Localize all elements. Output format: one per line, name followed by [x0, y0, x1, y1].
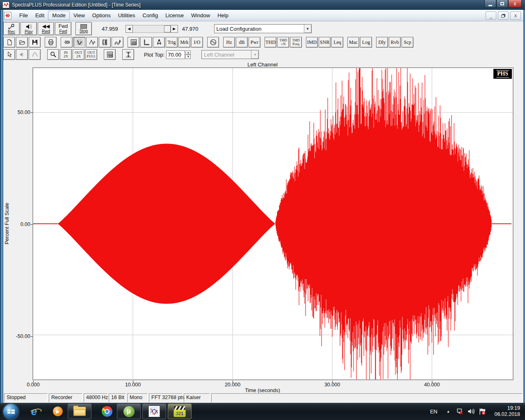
spectrum-view-button[interactable] — [86, 37, 98, 48]
show-hidden-icons-button[interactable]: ▲ — [447, 409, 450, 413]
run-analyzer-button[interactable] — [61, 37, 73, 48]
peak-hold-button[interactable] — [29, 49, 41, 60]
mdi-minimize-button[interactable]: _ — [486, 11, 496, 20]
maximize-button[interactable] — [496, 0, 508, 8]
power-units-button[interactable]: Pwr — [249, 37, 260, 48]
plot-canvas[interactable] — [32, 67, 514, 380]
save-button[interactable] — [29, 37, 41, 48]
load-configuration-dropdown[interactable]: Load Configuration ▼ — [214, 24, 312, 33]
spectraplus-icon — [148, 406, 160, 417]
title-bar[interactable]: SpectraPLUS Professional Edition [Untitl… — [0, 0, 525, 10]
delay-label: Dly — [379, 39, 386, 46]
leq-label: Leq — [333, 39, 341, 46]
menu-mode[interactable]: Mode — [48, 11, 70, 20]
mdi-close-button[interactable]: x — [510, 11, 521, 20]
signal-generator-button[interactable] — [207, 37, 219, 48]
imd-label: IMD — [307, 39, 317, 46]
volume-icon[interactable] — [468, 408, 475, 415]
language-indicator[interactable]: EN — [430, 409, 437, 415]
record-button[interactable]: Rec — [3, 22, 20, 35]
menu-file[interactable]: File — [16, 11, 32, 20]
scroll-left-button[interactable]: ◀ — [126, 25, 133, 33]
scale-settings-button[interactable] — [140, 37, 152, 48]
action-center-flag-icon[interactable] — [479, 408, 486, 415]
zoom-out-2x-button[interactable]: OUT2X — [73, 49, 84, 60]
channel-dropdown-arrow-icon[interactable]: ▼ — [251, 50, 258, 59]
zoom-in-2x-button[interactable]: IN2X — [60, 49, 72, 60]
clock[interactable]: 19:19 06.02.2018 — [494, 405, 520, 418]
menu-config[interactable]: Config — [139, 11, 162, 20]
select-cursor-button[interactable] — [3, 49, 15, 60]
mdi-restore-button[interactable] — [498, 11, 509, 20]
taskbar-utorrent-button[interactable]: µ — [117, 404, 141, 419]
surface-view-button[interactable] — [112, 37, 123, 48]
spectrogram-icon — [102, 39, 108, 46]
transport-toolbar: Rec Play ◀◀ Rwd Fwd Fwd Stop 47.959 ◀ — [3, 21, 523, 36]
menu-utilities[interactable]: Utilities — [114, 11, 139, 20]
taskbar-explorer-button[interactable] — [68, 404, 91, 419]
menu-view[interactable]: View — [70, 11, 89, 20]
menu-window[interactable]: Window — [187, 11, 214, 20]
thd-button[interactable]: THD — [265, 37, 276, 48]
taskbar-spectraplus-button[interactable] — [142, 404, 166, 419]
io-device-button[interactable]: I/O — [191, 37, 203, 48]
menu-license[interactable]: License — [162, 11, 187, 20]
xtick-mark — [33, 381, 34, 383]
frequency-units-button[interactable]: Hz — [223, 37, 235, 48]
snr-button[interactable]: SNR — [319, 37, 331, 48]
thd-freq-button[interactable]: THDFreq — [290, 37, 302, 48]
delay-button[interactable]: Dly — [376, 37, 388, 48]
vertical-scale-button[interactable] — [122, 49, 134, 60]
thd-plus-n-button[interactable]: THD+N — [277, 37, 289, 48]
markers-button[interactable]: Mrk — [178, 37, 190, 48]
forward-button[interactable]: Fwd Fwd — [55, 22, 71, 35]
taskbar-chrome-button[interactable] — [99, 403, 115, 420]
triggering-button[interactable]: Trig — [166, 37, 178, 48]
network-status-icon[interactable] — [457, 408, 463, 415]
monitor-audio-button[interactable] — [16, 49, 28, 60]
macro-button[interactable]: Mac — [347, 37, 359, 48]
thd-plus-n-label: THD+N — [279, 39, 287, 46]
menu-edit[interactable]: Edit — [32, 11, 48, 20]
taskbar-wmp-button[interactable]: ▶ — [50, 403, 66, 420]
spinner-up-button[interactable]: ▲ — [185, 50, 191, 55]
minimize-button[interactable] — [484, 0, 496, 8]
rewind-button[interactable]: ◀◀ Rwd — [38, 22, 54, 35]
channel-select-dropdown[interactable]: Left Channel ▼ — [201, 50, 259, 59]
leq-button[interactable]: Leq — [331, 37, 343, 48]
plot-top-input[interactable] — [166, 50, 185, 59]
close-button[interactable]: x — [508, 0, 522, 8]
imd-button[interactable]: IMD — [306, 37, 318, 48]
spectrogram-view-button[interactable] — [99, 37, 111, 48]
dropdown-arrow-icon[interactable]: ▼ — [304, 25, 311, 33]
calipers-button[interactable] — [153, 37, 165, 48]
stop-button[interactable]: Stop — [75, 22, 92, 35]
logging-button[interactable]: Log — [360, 37, 372, 48]
print-button[interactable] — [45, 37, 57, 48]
zoom-tool-button[interactable] — [47, 49, 59, 60]
time-series-view-button[interactable] — [73, 37, 85, 48]
decibel-units-button[interactable]: dB — [236, 37, 248, 48]
menu-help[interactable]: Help — [214, 11, 232, 20]
start-button[interactable] — [3, 404, 18, 419]
phs-logo-text: PHS — [496, 70, 509, 78]
play-button[interactable]: Play — [21, 22, 37, 35]
spinner-down-button[interactable]: ▼ — [185, 55, 191, 59]
scrollbar-thumb[interactable] — [164, 25, 171, 32]
scrollbar-track[interactable] — [133, 25, 171, 33]
position-scrollbar[interactable]: ◀ ▶ — [126, 25, 178, 33]
taskbar-ie-button[interactable]: e — [26, 403, 42, 420]
open-file-button[interactable] — [16, 37, 28, 48]
utorrent-icon: µ — [123, 406, 135, 417]
ytick-mark — [31, 112, 33, 113]
menu-options[interactable]: Options — [89, 11, 114, 20]
reverb-button[interactable]: Rvb — [389, 37, 401, 48]
spectrum-icon — [89, 39, 96, 46]
zoom-out-full-button[interactable]: OUTFULL — [85, 49, 97, 60]
taskbar-mpc-button[interactable]: 321 — [168, 404, 192, 419]
display-options-button[interactable] — [128, 37, 139, 48]
scope-button[interactable]: Scp — [402, 37, 413, 48]
scroll-right-button[interactable]: ▶ — [171, 25, 178, 33]
new-file-button[interactable] — [3, 37, 15, 48]
plot-options-button[interactable] — [104, 49, 116, 60]
